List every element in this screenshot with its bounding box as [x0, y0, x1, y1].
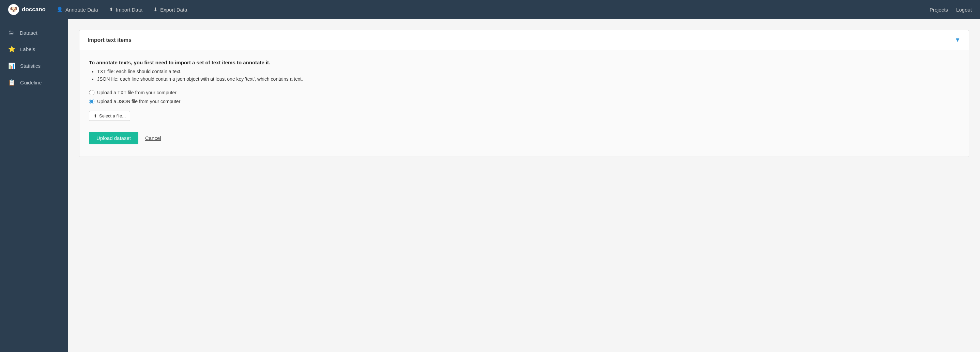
brand-name: doccano — [22, 6, 46, 13]
card-body: To annotate texts, you first need to imp… — [80, 50, 969, 157]
radio-json-label[interactable]: Upload a JSON file from your computer — [89, 99, 959, 104]
sidebar-statistics-label: Statistics — [20, 63, 41, 69]
radio-txt-label[interactable]: Upload a TXT file from your computer — [89, 90, 959, 95]
projects-link[interactable]: Projects — [929, 7, 948, 13]
file-select-row: ⬆ Select a file... — [89, 111, 959, 121]
sidebar-item-dataset[interactable]: 🗂 Dataset — [0, 24, 68, 41]
import-data-icon: ⬆ — [109, 6, 113, 13]
cancel-button[interactable]: Cancel — [145, 135, 161, 141]
topnav: 🐶 doccano 👤 Annotate Data ⬆ Import Data … — [0, 0, 980, 19]
description-bold: To annotate texts, you first need to imp… — [89, 60, 959, 65]
radio-json-text: Upload a JSON file from your computer — [97, 99, 180, 104]
annotate-data-label: Annotate Data — [65, 7, 98, 13]
import-data-nav[interactable]: ⬆ Import Data — [109, 6, 142, 13]
sidebar-item-guideline[interactable]: 📋 Guideline — [0, 74, 68, 91]
radio-group: Upload a TXT file from your computer Upl… — [89, 90, 959, 104]
statistics-icon: 📊 — [8, 62, 15, 70]
main-content: Import text items ▼ To annotate texts, y… — [68, 19, 980, 352]
brand-icon: 🐶 — [8, 4, 19, 15]
description-list: TXT file: each line should contain a tex… — [89, 69, 959, 82]
bullet-txt: TXT file: each line should contain a tex… — [97, 69, 959, 74]
sidebar-guideline-label: Guideline — [20, 80, 41, 86]
sidebar-dataset-label: Dataset — [20, 30, 38, 36]
description-block: To annotate texts, you first need to imp… — [89, 60, 959, 82]
annotate-data-icon: 👤 — [57, 6, 63, 13]
labels-icon: ⭐ — [8, 46, 15, 53]
radio-txt-text: Upload a TXT file from your computer — [97, 90, 177, 95]
collapse-icon[interactable]: ▼ — [955, 36, 961, 44]
export-data-icon: ⬇ — [153, 6, 158, 13]
sidebar-labels-label: Labels — [20, 46, 35, 52]
sidebar: 🗂 Dataset ⭐ Labels 📊 Statistics 📋 Guidel… — [0, 19, 68, 352]
logout-link[interactable]: Logout — [956, 7, 972, 13]
dataset-icon: 🗂 — [8, 29, 15, 36]
annotate-data-nav[interactable]: 👤 Annotate Data — [57, 6, 98, 13]
topnav-left: 🐶 doccano 👤 Annotate Data ⬆ Import Data … — [8, 4, 187, 15]
brand-logo[interactable]: 🐶 doccano — [8, 4, 46, 15]
upload-icon-small: ⬆ — [93, 113, 97, 119]
file-select-label: Select a file... — [99, 113, 126, 119]
bullet-json: JSON file: each line should contain a js… — [97, 76, 959, 82]
card-title: Import text items — [88, 37, 132, 43]
file-select-button[interactable]: ⬆ Select a file... — [89, 111, 130, 121]
export-data-label: Export Data — [160, 7, 187, 13]
guideline-icon: 📋 — [8, 79, 15, 86]
action-row: Upload dataset Cancel — [89, 132, 959, 144]
topnav-right: Projects Logout — [929, 7, 972, 13]
sidebar-item-labels[interactable]: ⭐ Labels — [0, 41, 68, 57]
radio-json-input[interactable] — [89, 99, 94, 104]
upload-dataset-button[interactable]: Upload dataset — [89, 132, 138, 144]
import-card: Import text items ▼ To annotate texts, y… — [79, 30, 969, 157]
import-data-label: Import Data — [116, 7, 142, 13]
main-layout: 🗂 Dataset ⭐ Labels 📊 Statistics 📋 Guidel… — [0, 19, 980, 352]
card-header: Import text items ▼ — [80, 30, 969, 50]
radio-txt-input[interactable] — [89, 90, 94, 95]
sidebar-item-statistics[interactable]: 📊 Statistics — [0, 57, 68, 74]
export-data-nav[interactable]: ⬇ Export Data — [153, 6, 187, 13]
